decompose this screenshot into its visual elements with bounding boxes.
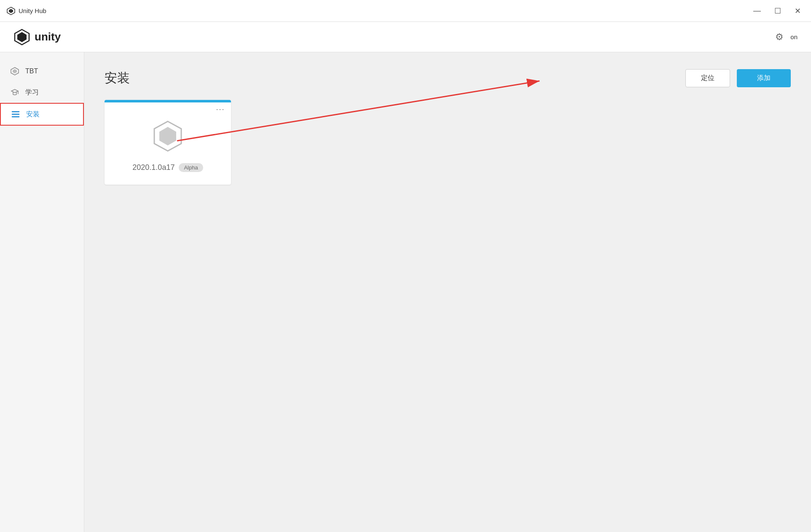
svg-marker-11 <box>159 127 176 145</box>
install-card: ⋮ 2020.1.0a17 Alpha <box>105 100 231 185</box>
titlebar-left: Unity Hub <box>7 7 46 15</box>
cards-grid: ⋮ 2020.1.0a17 Alpha <box>105 100 791 185</box>
locate-button[interactable]: 定位 <box>685 69 730 87</box>
sidebar-item-learn-label: 学习 <box>25 88 39 97</box>
svg-marker-3 <box>17 32 27 42</box>
titlebar: Unity Hub — ☐ ✕ <box>0 0 811 22</box>
main-layout: TBT 学习 安装 <box>0 52 811 532</box>
card-body: ⋮ 2020.1.0a17 Alpha <box>105 102 231 185</box>
sidebar-item-tbt-label: TBT <box>25 67 38 75</box>
sidebar-item-installs[interactable]: 安装 <box>0 103 84 126</box>
header: unity ⚙ on <box>0 22 811 52</box>
installs-icon <box>11 110 20 119</box>
minimize-button[interactable]: — <box>750 5 764 17</box>
page-title: 安装 <box>105 70 130 87</box>
settings-button[interactable]: ⚙ <box>775 32 784 43</box>
unity-logo-icon <box>13 29 30 46</box>
add-button[interactable]: 添加 <box>737 69 791 87</box>
card-unity-icon <box>113 111 223 160</box>
close-button[interactable]: ✕ <box>791 5 804 17</box>
sidebar-item-installs-label: 安装 <box>26 110 40 119</box>
cube-icon <box>10 67 19 76</box>
svg-marker-1 <box>9 9 13 13</box>
svg-marker-5 <box>13 69 17 73</box>
sidebar-item-learn[interactable]: 学习 <box>0 82 84 103</box>
learn-icon <box>10 88 19 97</box>
titlebar-controls: — ☐ ✕ <box>750 5 804 17</box>
card-version-text: 2020.1.0a17 <box>132 163 175 172</box>
sidebar-item-tbt[interactable]: TBT <box>0 61 84 82</box>
header-logo: unity <box>13 29 61 46</box>
maximize-button[interactable]: ☐ <box>771 5 784 17</box>
sidebar: TBT 学习 安装 <box>0 52 84 532</box>
titlebar-title: Unity Hub <box>19 7 46 14</box>
alpha-badge: Alpha <box>179 163 203 172</box>
content-header: 安装 定位 添加 <box>105 69 791 87</box>
header-logo-text: unity <box>35 30 61 43</box>
content-actions: 定位 添加 <box>685 69 791 87</box>
status-label: on <box>790 33 798 40</box>
card-menu-button[interactable]: ⋮ <box>215 105 226 115</box>
titlebar-unity-icon <box>7 7 15 15</box>
card-version-row: 2020.1.0a17 Alpha <box>113 163 223 172</box>
header-right: ⚙ on <box>775 32 798 43</box>
content-area: 安装 定位 添加 ⋮ 2020.1. <box>84 52 811 532</box>
